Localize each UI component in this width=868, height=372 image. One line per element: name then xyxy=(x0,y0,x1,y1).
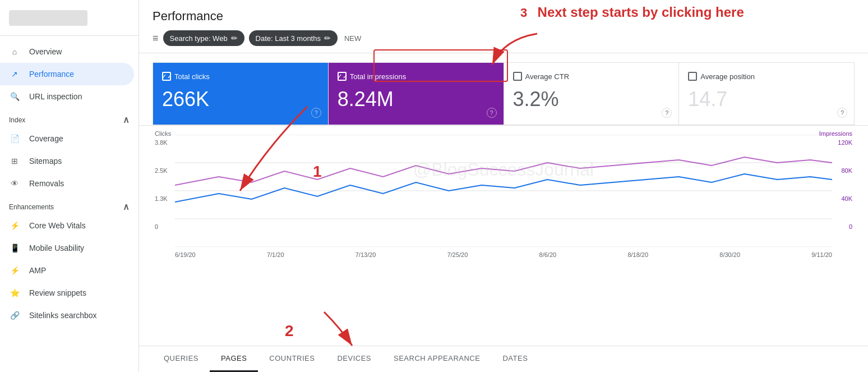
metric-card-position[interactable]: Average position 14.7 ? xyxy=(679,62,855,125)
search-icon: 🔍 xyxy=(9,91,20,102)
question-icon-impressions[interactable]: ? xyxy=(487,108,497,118)
sidebar-item-amp[interactable]: ⚡ AMP xyxy=(0,259,134,282)
sidebar-item-label: URL inspection xyxy=(29,92,82,101)
metric-card-ctr[interactable]: Average CTR 3.2% ? xyxy=(504,62,680,125)
metric-value-ctr: 3.2% xyxy=(513,88,670,111)
metric-card-impressions[interactable]: ✓ Total impressions 8.24M ? xyxy=(329,62,504,125)
question-icon-position[interactable]: ? xyxy=(837,108,847,118)
main-header: Performance ≡ Search type: Web ✏ Date: L… xyxy=(139,0,868,53)
chevron-up-icon: ∧ xyxy=(123,114,130,125)
coverage-icon: 📄 xyxy=(9,133,20,144)
sitelinks-icon: 🔗 xyxy=(9,310,20,321)
question-icon-clicks[interactable]: ? xyxy=(311,108,321,118)
sidebar-item-label: Sitemaps xyxy=(29,157,62,166)
edit-icon: ✏ xyxy=(324,34,331,43)
new-badge: NEW xyxy=(344,34,361,43)
checkbox-impressions[interactable]: ✓ xyxy=(338,72,347,81)
sidebar-item-url-inspection[interactable]: 🔍 URL inspection xyxy=(0,85,134,108)
chart-right-axis-label: Impressions 120K 80K 40K 0 xyxy=(819,130,852,230)
content-area: 1 ✓ Total clicks 266K ? xyxy=(139,53,868,372)
date-chip[interactable]: Date: Last 3 months ✏ xyxy=(249,30,338,46)
metric-value-clicks: 266K xyxy=(162,88,319,111)
review-snippets-icon: ⭐ xyxy=(9,287,20,298)
sidebar-item-label: Sitelinks searchbox xyxy=(29,311,97,320)
sidebar-item-performance[interactable]: ↗ Performance xyxy=(0,63,134,85)
metric-label-clicks: ✓ Total clicks xyxy=(162,72,319,81)
sidebar-item-label: Performance xyxy=(29,70,74,79)
index-section-label: Index xyxy=(9,116,25,124)
bottom-tabs: QUERIES PAGES COUNTRIES DEVICES SEARCH A… xyxy=(139,346,868,372)
sidebar-item-mobile-usability[interactable]: 📱 Mobile Usability xyxy=(0,237,134,259)
checkbox-clicks[interactable]: ✓ xyxy=(162,72,171,81)
page-title: Performance xyxy=(153,9,855,24)
date-label: Date: Last 3 months xyxy=(256,34,321,43)
chart-svg xyxy=(175,135,832,247)
metric-card-clicks[interactable]: ✓ Total clicks 266K ? xyxy=(153,62,329,125)
metrics-section: ✓ Total clicks 266K ? ✓ Total impression… xyxy=(139,53,868,126)
sidebar-item-label: Review snippets xyxy=(29,288,86,297)
filter-icon: ≡ xyxy=(153,33,159,44)
sidebar: ⌂ Overview ↗ Performance 🔍 URL inspectio… xyxy=(0,0,139,372)
removals-icon: 👁 xyxy=(9,178,20,189)
sidebar-item-review-snippets[interactable]: ⭐ Review snippets xyxy=(0,282,134,304)
main-content: 3 Next step starts by clicking here Perf… xyxy=(139,0,868,372)
metric-label-impressions: ✓ Total impressions xyxy=(338,72,495,81)
metric-label-ctr: Average CTR xyxy=(513,72,670,81)
sidebar-item-core-web-vitals[interactable]: ⚡ Core Web Vitals xyxy=(0,214,134,237)
metric-value-impressions: 8.24M xyxy=(338,88,495,111)
amp-icon: ⚡ xyxy=(9,265,20,276)
sitemaps-icon: ⊞ xyxy=(9,155,20,167)
chart-area: Clicks 3.8K 2.5K 1.3K 0 Impressions 120K… xyxy=(139,126,868,346)
checkbox-ctr[interactable] xyxy=(513,72,522,81)
sidebar-item-overview[interactable]: ⌂ Overview xyxy=(0,40,134,63)
sidebar-logo xyxy=(0,0,138,36)
sidebar-item-label: Core Web Vitals xyxy=(29,221,86,230)
sidebar-item-sitelinks-searchbox[interactable]: 🔗 Sitelinks searchbox xyxy=(0,304,134,327)
tab-dates[interactable]: DATES xyxy=(491,346,539,372)
sidebar-item-label: Coverage xyxy=(29,134,63,143)
sidebar-item-label: AMP xyxy=(29,266,46,275)
home-icon: ⌂ xyxy=(9,46,20,57)
sidebar-item-removals[interactable]: 👁 Removals xyxy=(0,172,134,195)
search-type-label: Search type: Web xyxy=(170,34,228,43)
tab-pages[interactable]: PAGES xyxy=(210,346,258,372)
sidebar-item-coverage[interactable]: 📄 Coverage xyxy=(0,127,134,150)
metric-label-position: Average position xyxy=(688,72,845,81)
sidebar-item-label: Mobile Usability xyxy=(29,244,84,252)
performance-icon: ↗ xyxy=(9,68,20,80)
logo xyxy=(9,10,87,26)
tab-search-appearance[interactable]: SEARCH APPEARANCE xyxy=(382,346,491,372)
search-type-chip[interactable]: Search type: Web ✏ xyxy=(163,30,244,46)
sidebar-item-label: Removals xyxy=(29,179,64,188)
sidebar-item-label: Overview xyxy=(29,47,62,56)
question-icon-ctr[interactable]: ? xyxy=(662,108,672,118)
tab-queries[interactable]: QUERIES xyxy=(153,346,210,372)
core-web-vitals-icon: ⚡ xyxy=(9,220,20,231)
chart-left-axis-label: Clicks 3.8K 2.5K 1.3K 0 xyxy=(155,130,171,230)
chevron-up-icon: ∧ xyxy=(123,201,130,212)
chart-x-axis: 6/19/20 7/1/20 7/13/20 7/25/20 8/6/20 8/… xyxy=(175,251,832,258)
edit-icon: ✏ xyxy=(231,34,238,43)
index-section-header[interactable]: Index ∧ xyxy=(0,108,138,127)
sidebar-nav: ⌂ Overview ↗ Performance 🔍 URL inspectio… xyxy=(0,36,138,331)
enhancements-section-label: Enhancements xyxy=(9,203,54,211)
filter-bar: ≡ Search type: Web ✏ Date: Last 3 months… xyxy=(153,30,855,53)
metric-value-position: 14.7 xyxy=(688,88,845,111)
checkbox-position[interactable] xyxy=(688,72,697,81)
annotation-step2: 2 xyxy=(285,322,294,340)
enhancements-section-header[interactable]: Enhancements ∧ xyxy=(0,195,138,214)
sidebar-item-sitemaps[interactable]: ⊞ Sitemaps xyxy=(0,150,134,172)
step2-arrow xyxy=(307,306,375,351)
mobile-icon: 📱 xyxy=(9,242,20,254)
